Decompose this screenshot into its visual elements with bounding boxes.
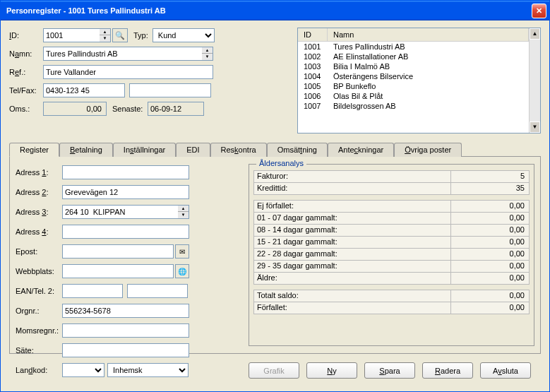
typ-label: Typ: [133, 31, 148, 40]
landtyp-select[interactable]: Inhemsk [107, 363, 189, 377]
adress3-label: Adress 3: [16, 208, 62, 216]
list-scrollbar[interactable]: ▲▼ [529, 28, 540, 133]
adress1-label: Adress 1: [16, 168, 62, 177]
oms-label: Oms.: [9, 105, 43, 113]
aldersanalys-panel: Åldersanalys Fakturor:5 Kredittid:35 Ej … [249, 164, 534, 346]
spara-button[interactable]: Spara [364, 362, 415, 379]
adress2-label: Adress 2: [16, 188, 62, 196]
col-id-header[interactable]: ID [298, 28, 328, 41]
scroll-down-icon: ▼ [530, 121, 540, 133]
list-row[interactable]: 1001Tures Pallindustri AB [298, 42, 529, 52]
landkod-select[interactable] [62, 363, 104, 377]
sate-field[interactable] [62, 343, 189, 357]
list-row[interactable]: 1006Olas Bil & Plåt [298, 91, 529, 101]
titlebar: Personregister - 1001 Tures Pallindustri… [1, 1, 549, 20]
adress4-field[interactable] [62, 225, 189, 239]
sate-label: Säte: [16, 346, 62, 355]
namn-spinner[interactable]: ▲▼ [202, 47, 213, 61]
tab-edi[interactable]: EDI [176, 143, 210, 157]
tab-reskontra[interactable]: Reskontra [210, 143, 267, 157]
orgnr-field[interactable] [62, 304, 189, 318]
search-icon[interactable]: 🔍 [112, 28, 128, 42]
tab-ovriga[interactable]: Övriga poster [394, 143, 462, 157]
namn-field[interactable] [43, 47, 202, 61]
scroll-up-icon: ▲ [530, 28, 540, 40]
tab-installningar[interactable]: Inställningar [113, 143, 176, 157]
tel2-field[interactable] [127, 284, 188, 298]
ean-label: EAN/Tel. 2: [16, 287, 62, 295]
tab-register[interactable]: Register [9, 143, 59, 157]
list-row[interactable]: 1007Bildelsgrossen AB [298, 101, 529, 111]
tab-panel: Adress 1: Adress 2: Adress 3:▲▼ Adress 4… [9, 156, 541, 354]
email-icon[interactable]: ✉ [175, 244, 189, 259]
tab-strip: Register Betalning Inställningar EDI Res… [9, 143, 541, 157]
ean-field[interactable] [62, 284, 123, 298]
list-row[interactable]: 1005BP Bunkeflo [298, 81, 529, 91]
senaste-label: Senaste: [112, 105, 148, 113]
oms-field [43, 102, 107, 116]
senaste-field [148, 102, 204, 116]
fax-field[interactable] [129, 83, 211, 97]
ref-field[interactable] [43, 65, 213, 79]
epost-field[interactable] [62, 244, 174, 259]
list-header: ID Namn [298, 28, 529, 42]
id-field[interactable] [43, 28, 100, 42]
telfax-label: Tel/Fax: [9, 86, 43, 95]
radera-button[interactable]: Radera [422, 362, 473, 379]
namn-label: Namn: [9, 49, 43, 58]
window-title: Personregister - 1001 Tures Pallindustri… [6, 6, 532, 15]
adress3-field[interactable] [62, 205, 178, 219]
adress3-spinner[interactable]: ▲▼ [178, 205, 189, 219]
grafik-button: Grafik [249, 362, 299, 379]
person-list: ID Namn 1001Tures Pallindustri AB1002AE … [297, 28, 541, 133]
globe-icon[interactable]: 🌐 [175, 264, 189, 278]
id-spinner[interactable]: ▲▼ [100, 28, 111, 42]
webb-field[interactable] [62, 264, 174, 278]
tab-omsattning[interactable]: Omsättning [267, 143, 328, 157]
list-row[interactable]: 1002AE Elinstallationer AB [298, 52, 529, 61]
epost-label: Epost: [16, 247, 62, 256]
ref-label: Ref.: [9, 68, 43, 76]
avsluta-button[interactable]: Avsluta [480, 362, 531, 379]
landkod-label: Landkod: [16, 366, 62, 374]
adress1-field[interactable] [62, 165, 189, 179]
aldersanalys-title: Åldersanalys [256, 159, 306, 167]
tab-betalning[interactable]: Betalning [59, 143, 113, 157]
adress4-label: Adress 4: [16, 227, 62, 236]
adress2-field[interactable] [62, 185, 189, 199]
window: Personregister - 1001 Tures Pallindustri… [0, 0, 550, 392]
tel-field[interactable] [43, 83, 125, 97]
momsreg-label: Momsregnr.: [16, 326, 62, 335]
orgnr-label: Orgnr.: [16, 307, 62, 315]
ny-button[interactable]: Ny [306, 362, 357, 379]
id-label: ID: [9, 31, 43, 40]
col-namn-header[interactable]: Namn [328, 28, 529, 41]
momsreg-field[interactable] [62, 323, 189, 338]
typ-select[interactable]: Kund [153, 28, 215, 42]
list-row[interactable]: 1003Bilia I Malmö AB [298, 61, 529, 71]
webb-label: Webbplats: [16, 267, 62, 275]
list-row[interactable]: 1004Österängens Bilservice [298, 71, 529, 81]
tab-anteckningar[interactable]: Anteckningar [328, 143, 394, 157]
header-form: ID: ▲▼ 🔍 Typ: Kund Namn: ▲▼ Ref.: Tel/Fa… [9, 28, 292, 133]
close-icon[interactable]: ✕ [532, 4, 546, 18]
